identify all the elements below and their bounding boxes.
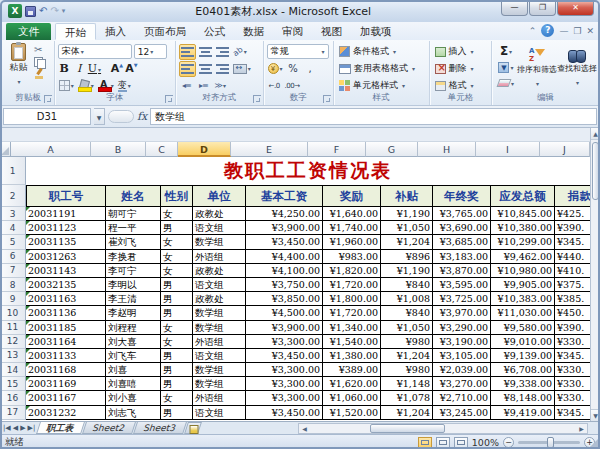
merge-center-button[interactable]	[232, 61, 252, 77]
row-number[interactable]: 1	[0, 157, 26, 185]
cell[interactable]: ¥1,520.00	[323, 406, 381, 420]
cell[interactable]: 男	[161, 363, 193, 377]
cell[interactable]: 20031164	[26, 335, 106, 349]
zoom-out-button[interactable]: −	[503, 437, 514, 448]
cell[interactable]: 20031143	[26, 264, 106, 278]
cell[interactable]: ¥440.	[555, 250, 590, 264]
last-sheet-icon[interactable]: ▶|	[28, 424, 36, 432]
prev-sheet-icon[interactable]: ◀	[13, 424, 18, 432]
cell[interactable]: 李换君	[106, 250, 161, 264]
cell[interactable]: ¥1,620.00	[323, 377, 381, 391]
cell[interactable]: ¥1,008	[381, 292, 433, 306]
cell[interactable]: ¥1,060.00	[323, 391, 381, 405]
close-button[interactable]: ✕	[557, 1, 594, 16]
cell[interactable]: ¥983.00	[323, 250, 381, 264]
cell[interactable]: ¥3,900.00	[246, 321, 323, 335]
font-size-combo[interactable]: 12	[134, 44, 167, 59]
undo-icon[interactable]: ↶	[39, 5, 47, 17]
font-dialog-launcher-icon[interactable]	[165, 95, 173, 103]
cell[interactable]: 数学组	[193, 377, 246, 391]
cell[interactable]: ¥10,845.00	[491, 207, 555, 221]
format-painter-icon[interactable]	[34, 68, 45, 79]
cell[interactable]: ¥3,245.00	[433, 406, 491, 420]
cell[interactable]: 刘飞车	[106, 349, 161, 363]
cell[interactable]: 语文组	[193, 406, 246, 420]
file-tab[interactable]: 文件	[6, 23, 51, 40]
cell[interactable]: 女	[161, 321, 193, 335]
row-number[interactable]: 7	[0, 264, 26, 278]
scroll-down-icon[interactable]: ▼	[591, 409, 600, 421]
header-cell[interactable]: 基本工资	[246, 185, 323, 207]
tab-插入[interactable]: 插入	[96, 23, 135, 40]
resize-grip-icon[interactable]	[589, 438, 599, 448]
cell[interactable]: 20031232	[26, 406, 106, 420]
row-number[interactable]: 5	[0, 235, 26, 249]
cell[interactable]: 外语组	[193, 391, 246, 405]
tab-公式[interactable]: 公式	[195, 23, 234, 40]
header-cell[interactable]: 单位	[193, 185, 246, 207]
cut-icon[interactable]: ✂	[34, 43, 45, 56]
number-format-combo[interactable]: 常规	[267, 44, 329, 59]
minimize-button[interactable]: —	[501, 1, 528, 16]
align-right-button[interactable]	[215, 61, 230, 77]
column-header-D[interactable]: D	[178, 142, 231, 157]
cell[interactable]: ¥345.	[555, 406, 590, 420]
name-box[interactable]: D31	[3, 108, 91, 125]
column-header-A[interactable]: A	[11, 142, 91, 157]
cell[interactable]: ¥450.	[555, 306, 590, 320]
cell[interactable]: ¥1,050	[381, 321, 433, 335]
header-cell[interactable]: 奖励	[323, 185, 381, 207]
find-select-button[interactable]: 查找和选择	[557, 43, 597, 92]
cell[interactable]: 朝可宁	[106, 207, 161, 221]
row-number[interactable]: 16	[0, 391, 26, 405]
cell[interactable]: ¥1,540.00	[323, 335, 381, 349]
column-header-C[interactable]: C	[146, 142, 178, 157]
cell[interactable]: ¥3,685.00	[433, 235, 491, 249]
cell[interactable]: ¥840	[381, 278, 433, 292]
row-number[interactable]: 12	[0, 335, 26, 349]
cell[interactable]: 外语组	[193, 335, 246, 349]
delete-cells-button[interactable]: 删除	[433, 60, 490, 77]
cell[interactable]: ¥345.	[555, 349, 590, 363]
cell[interactable]: ¥9,419.00	[491, 406, 555, 420]
insert-function-button[interactable]: fx	[137, 110, 147, 123]
cell[interactable]: ¥2,710.00	[433, 391, 491, 405]
cell[interactable]: ¥9,462.00	[491, 250, 555, 264]
sheet-tab-职工表[interactable]: 职工表	[36, 422, 85, 434]
percent-style-button[interactable]: %	[286, 61, 301, 77]
scroll-left-icon[interactable]: ◀	[299, 424, 310, 433]
cell[interactable]: ¥980	[381, 335, 433, 349]
page-layout-view-icon[interactable]	[436, 437, 450, 448]
cell[interactable]: ¥330.	[555, 377, 590, 391]
cell[interactable]: ¥1,050	[381, 221, 433, 235]
cell[interactable]: 李王清	[106, 292, 161, 306]
workbook-minimize-icon[interactable]: —	[559, 26, 568, 36]
header-cell[interactable]: 应发总额	[491, 185, 555, 207]
middle-align-button[interactable]	[198, 44, 213, 60]
tab-开始[interactable]: 开始	[55, 23, 96, 40]
cell[interactable]: 20031169	[26, 377, 106, 391]
cell[interactable]: ¥330.	[555, 363, 590, 377]
underline-button[interactable]: U	[88, 62, 101, 75]
cell[interactable]: ¥1,720.00	[323, 306, 381, 320]
number-dialog-launcher-icon[interactable]	[323, 95, 331, 103]
column-header-G[interactable]: G	[366, 142, 418, 157]
cell[interactable]: ¥3,450.00	[246, 349, 323, 363]
cell[interactable]: ¥3,183.00	[433, 250, 491, 264]
zoom-level[interactable]: 100%	[472, 437, 499, 448]
help-button[interactable]: ?	[541, 24, 554, 37]
cell[interactable]: ¥10,299.00	[491, 235, 555, 249]
row-number[interactable]: 15	[0, 377, 26, 391]
cell[interactable]: 女	[161, 335, 193, 349]
cell[interactable]: 数学组	[193, 321, 246, 335]
cell[interactable]: ¥3,450.00	[246, 406, 323, 420]
cell[interactable]: ¥3,765.00	[433, 207, 491, 221]
bottom-align-button[interactable]	[215, 44, 230, 60]
cell[interactable]: 男	[161, 221, 193, 235]
cell[interactable]: ¥9,338.00	[491, 377, 555, 391]
cell[interactable]: 语文组	[193, 221, 246, 235]
cell[interactable]: 20032135	[26, 278, 106, 292]
clear-button[interactable]	[495, 75, 517, 91]
cell[interactable]: ¥330.	[555, 391, 590, 405]
cell[interactable]: ¥3,870.00	[433, 264, 491, 278]
